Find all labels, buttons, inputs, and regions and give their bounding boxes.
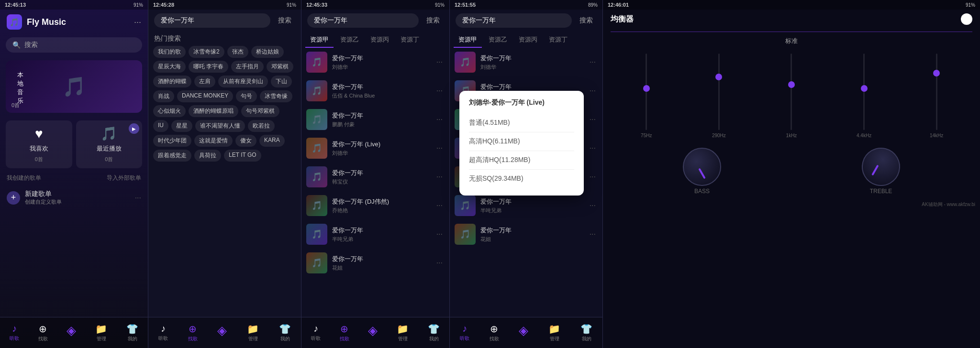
nav4-manage[interactable]: 📁 管理 [545, 321, 564, 344]
tab-source-d[interactable]: 资源丁 [396, 33, 424, 48]
search-button-3[interactable]: 搜索 [423, 14, 444, 27]
tag-7[interactable]: 邓紫棋 [267, 61, 293, 73]
tag-27[interactable]: 跟着感觉走 [153, 150, 191, 162]
nav-mine[interactable]: 👕 我的 [122, 321, 142, 344]
eq-toggle[interactable] [961, 13, 972, 25]
tag-19[interactable]: IU [153, 120, 168, 132]
treble-knob[interactable] [855, 141, 907, 193]
search-input-3[interactable] [307, 13, 419, 28]
song-more-button[interactable]: ··· [434, 85, 445, 97]
nav2-find[interactable]: ⊕ 找歌 [184, 321, 201, 344]
eq-track-0[interactable] [646, 54, 647, 130]
tag-9[interactable]: 左肩 [194, 76, 215, 87]
new-playlist-button[interactable]: + 新建歌单 创建自定义歌单 ··· [0, 185, 148, 210]
tag-2[interactable]: 张杰 [227, 46, 248, 58]
nav3-center[interactable]: ◈ [364, 321, 381, 344]
search-button-4[interactable]: 搜索 [576, 14, 597, 27]
tag-8[interactable]: 酒醉的蝴蝶 [153, 76, 191, 87]
tag-15[interactable]: 冰雪奇缘 [260, 90, 292, 102]
song-more-button[interactable]: ··· [434, 142, 445, 154]
tag-3[interactable]: 桥边姑娘 [251, 46, 284, 58]
nav4-center[interactable]: ◈ [515, 321, 532, 344]
nav4-mine[interactable]: 👕 我的 [577, 321, 596, 344]
song-more-button[interactable]: ··· [434, 171, 445, 183]
nav3-listen[interactable]: ♪ 听歌 [307, 321, 324, 344]
table-row[interactable]: 🎵 爱你一万年 刘德华 ··· [301, 48, 449, 76]
eq-thumb-3[interactable] [861, 85, 868, 92]
tag-25[interactable]: 傻女 [235, 135, 256, 147]
table-row[interactable]: 🎵 爱你一万年 鹏鹏 付豪 ··· [301, 105, 449, 134]
tab-source-a[interactable]: 资源甲 [305, 33, 334, 48]
quality-option-3[interactable]: 无损SQ(29.34MB) [469, 170, 574, 188]
song-more-button[interactable]: ··· [588, 56, 598, 68]
tag-22[interactable]: 欧若拉 [248, 120, 275, 132]
nav-manage[interactable]: 📁 管理 [91, 321, 111, 344]
tag-23[interactable]: 时代少年团 [153, 135, 191, 147]
nav2-mine[interactable]: 👕 我的 [275, 321, 295, 344]
tab4-source-a[interactable]: 资源甲 [454, 33, 482, 48]
tag-29[interactable]: LET IT GO [224, 150, 261, 162]
tag-0[interactable]: 我们的歌 [153, 46, 186, 58]
tag-11[interactable]: 下山 [271, 76, 292, 87]
search-bar[interactable]: 🔍 搜索 [6, 37, 142, 53]
table-row[interactable]: 🎵 爱你一万年 (DJ伟然) 乔艳艳 ··· [301, 191, 449, 220]
tag-1[interactable]: 冰雪奇缘2 [189, 46, 224, 58]
tag-6[interactable]: 左手指月 [231, 61, 264, 73]
eq-track-4[interactable] [936, 54, 937, 130]
recent-play-item[interactable]: ▶ 🎵 最近播放 0首 [76, 120, 143, 168]
tab4-source-b[interactable]: 资源乙 [484, 33, 512, 48]
song-more-button[interactable]: ··· [588, 142, 598, 154]
nav-listen[interactable]: ♪ 听歌 [6, 321, 23, 344]
table-row[interactable]: 🎵 爱你一万年 (Live) 刘德华 ··· [301, 134, 449, 163]
eq-thumb-1[interactable] [715, 74, 722, 80]
tab4-source-c[interactable]: 资源丙 [514, 33, 542, 48]
local-music-banner[interactable]: 🎵 本地音乐 0首 [6, 60, 142, 113]
search-button-2[interactable]: 搜索 [274, 14, 295, 27]
eq-thumb-0[interactable] [643, 85, 650, 92]
table-row[interactable]: 🎵 爱你一万年 韩宝仪 ··· [301, 163, 449, 191]
tab4-source-d[interactable]: 资源丁 [544, 33, 572, 48]
table-row[interactable]: 🎵 爱你一万年 半吨兄弟 ··· [301, 220, 449, 249]
nav3-manage[interactable]: 📁 管理 [393, 321, 412, 344]
tag-26[interactable]: KARA [259, 135, 285, 147]
quality-option-2[interactable]: 超高清HQ(11.28MB) [469, 151, 574, 170]
song-more-button[interactable]: ··· [434, 199, 445, 212]
tag-18[interactable]: 句号邓紫棋 [241, 105, 279, 117]
tag-13[interactable]: DANCE MONKEY [177, 90, 233, 102]
nav3-mine[interactable]: 👕 我的 [424, 321, 444, 344]
table-row[interactable]: 🎵 爱你一万年 半吨兄弟 ··· [450, 191, 602, 220]
nav4-listen[interactable]: ♪ 听歌 [456, 321, 473, 344]
song-more-button[interactable]: ··· [434, 56, 445, 68]
bass-knob[interactable] [683, 148, 721, 186]
tag-14[interactable]: 句号 [236, 90, 257, 102]
table-row[interactable]: 🎵 爱你一万年 刘德华 ··· [450, 48, 602, 76]
nav2-manage[interactable]: 📁 管理 [243, 321, 263, 344]
tag-21[interactable]: 谁不渴望有人懂 [195, 120, 245, 132]
menu-button[interactable]: ··· [134, 17, 141, 27]
song-more-button[interactable]: ··· [588, 113, 598, 126]
nav-center[interactable]: ◈ [63, 321, 80, 344]
table-row[interactable]: 🎵 爱你一万年 花姐 ··· [450, 220, 602, 249]
tag-4[interactable]: 星辰大海 [153, 61, 186, 73]
tab-source-c[interactable]: 资源丙 [366, 33, 394, 48]
eq-track-1[interactable] [718, 54, 720, 130]
tag-20[interactable]: 星星 [171, 120, 192, 132]
song-more-button[interactable]: ··· [588, 199, 598, 212]
nav2-center[interactable]: ◈ [213, 321, 231, 344]
quality-option-0[interactable]: 普通(4.51MB) [469, 114, 574, 132]
eq-thumb-4[interactable] [933, 70, 940, 76]
nav-find[interactable]: ⊕ 找歌 [34, 321, 52, 344]
tag-17[interactable]: 酒醉的蝴蝶原唱 [189, 105, 238, 117]
nav2-listen[interactable]: ♪ 听歌 [155, 321, 172, 344]
tag-16[interactable]: 心似烟火 [153, 105, 186, 117]
eq-track-3[interactable] [863, 54, 865, 130]
song-more-button[interactable]: ··· [588, 228, 598, 240]
song-more-button[interactable]: ··· [434, 228, 445, 240]
tab-source-b[interactable]: 资源乙 [335, 33, 364, 48]
tag-12[interactable]: 肖战 [153, 90, 174, 102]
tag-10[interactable]: 从前有座灵剑山 [218, 76, 268, 87]
song-more-button[interactable]: ··· [434, 113, 445, 126]
favorites-item[interactable]: ♥ 我喜欢 0首 [6, 120, 72, 168]
tag-28[interactable]: 具荷拉 [194, 150, 221, 162]
tag-5[interactable]: 哪吒 李宇春 [189, 61, 228, 73]
